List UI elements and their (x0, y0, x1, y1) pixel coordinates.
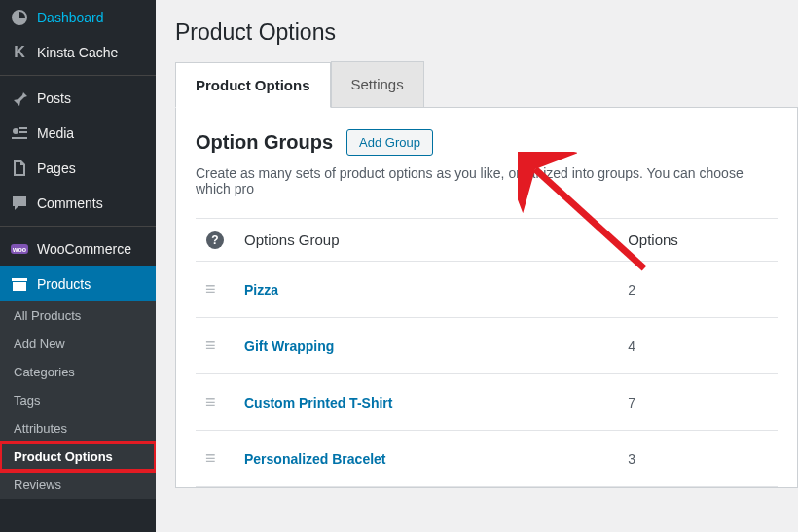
admin-sidebar: Dashboard K Kinsta Cache Posts Media Pag… (0, 0, 156, 532)
svg-point-0 (13, 128, 18, 134)
options-count: 7 (618, 374, 778, 431)
help-icon[interactable]: ? (206, 231, 224, 249)
table-row: ≡ Gift Wrapping 4 (196, 318, 778, 374)
products-icon (10, 274, 29, 294)
kinsta-icon: K (10, 43, 29, 62)
dashboard-icon (10, 8, 29, 27)
tab-settings[interactable]: Settings (331, 61, 424, 107)
sidebar-item-label: Kinsta Cache (37, 45, 118, 60)
group-link[interactable]: Personalized Bracelet (244, 451, 386, 467)
group-link[interactable]: Pizza (244, 282, 278, 298)
sidebar-item-comments[interactable]: Comments (0, 186, 156, 221)
tabs: Product Options Settings (175, 61, 798, 107)
submenu-item-all-products[interactable]: All Products (0, 301, 156, 330)
menu-separator (0, 75, 156, 76)
column-header-help: ? (196, 219, 235, 262)
submenu-item-categories[interactable]: Categories (0, 358, 156, 386)
table-row: ≡ Pizza 2 (196, 262, 778, 318)
tab-content: Option Groups Add Group Create as many s… (175, 107, 798, 488)
sidebar-item-products[interactable]: Products (0, 266, 156, 301)
column-header-options[interactable]: Options (618, 219, 778, 262)
tab-product-options[interactable]: Product Options (175, 62, 331, 108)
options-count: 3 (618, 431, 778, 487)
sidebar-item-label: Comments (37, 195, 103, 211)
sidebar-item-label: Posts (37, 90, 71, 106)
svg-text:woo: woo (12, 246, 26, 253)
drag-handle-icon[interactable]: ≡ (196, 431, 235, 487)
section-title: Option Groups (196, 131, 333, 154)
sidebar-item-woocommerce[interactable]: woo WooCommerce (0, 231, 156, 266)
page-icon (10, 159, 29, 178)
submenu-item-attributes[interactable]: Attributes (0, 414, 156, 443)
option-groups-table: ? Options Group Options ≡ Pizza 2 ≡ Gift… (196, 218, 778, 487)
submenu-item-reviews[interactable]: Reviews (0, 471, 156, 499)
sidebar-item-label: Pages (37, 160, 76, 176)
submenu-item-tags[interactable]: Tags (0, 386, 156, 414)
add-group-button[interactable]: Add Group (346, 129, 433, 156)
column-header-group[interactable]: Options Group (235, 219, 618, 262)
woocommerce-icon: woo (10, 239, 29, 259)
sidebar-item-dashboard[interactable]: Dashboard (0, 0, 156, 35)
comment-icon (10, 194, 29, 213)
table-row: ≡ Custom Printed T-Shirt 7 (196, 374, 778, 431)
drag-handle-icon[interactable]: ≡ (196, 262, 235, 318)
sidebar-item-pages[interactable]: Pages (0, 151, 156, 186)
sidebar-item-kinsta-cache[interactable]: K Kinsta Cache (0, 35, 156, 70)
sidebar-item-label: WooCommerce (37, 241, 131, 257)
sidebar-item-label: Products (37, 276, 91, 292)
group-link[interactable]: Gift Wrapping (244, 338, 334, 354)
table-row: ≡ Personalized Bracelet 3 (196, 431, 778, 487)
submenu-products: All Products Add New Categories Tags Att… (0, 301, 156, 499)
group-link[interactable]: Custom Printed T-Shirt (244, 395, 392, 410)
main-content: Product Options Product Options Settings… (156, 0, 798, 532)
options-count: 4 (618, 318, 778, 374)
sidebar-item-media[interactable]: Media (0, 116, 156, 151)
options-count: 2 (618, 262, 778, 318)
menu-separator (0, 226, 156, 227)
section-description: Create as many sets of product options a… (196, 165, 778, 196)
sidebar-item-posts[interactable]: Posts (0, 81, 156, 116)
page-title: Product Options (175, 10, 798, 61)
sidebar-item-label: Dashboard (37, 10, 104, 25)
media-icon (10, 124, 29, 143)
sidebar-item-label: Media (37, 125, 74, 141)
pin-icon (10, 89, 29, 108)
drag-handle-icon[interactable]: ≡ (196, 374, 235, 431)
submenu-item-product-options[interactable]: Product Options (0, 443, 156, 471)
submenu-item-add-new[interactable]: Add New (0, 330, 156, 358)
drag-handle-icon[interactable]: ≡ (196, 318, 235, 374)
